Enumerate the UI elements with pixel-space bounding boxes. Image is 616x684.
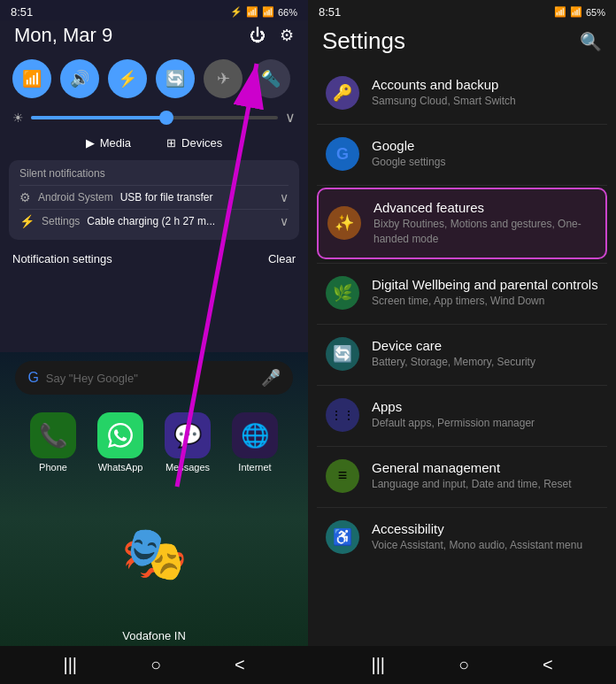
whatsapp-icon bbox=[97, 412, 143, 458]
status-bar-left: 8:51 ⚡ 📶 📶 66% bbox=[0, 0, 308, 20]
device-care-text: Device care Battery, Storage, Memory, Se… bbox=[372, 338, 598, 370]
settings-item-general-management[interactable]: ≡ General management Language and input,… bbox=[317, 449, 607, 503]
internet-icon: 🌐 bbox=[232, 412, 278, 458]
notification-settings-button[interactable]: Notification settings bbox=[12, 252, 112, 265]
app-messages[interactable]: 💬 Messages bbox=[165, 412, 211, 473]
back-button-right[interactable]: < bbox=[543, 655, 553, 675]
silent-label: Silent notifications bbox=[19, 167, 289, 180]
settings-item-advanced-features[interactable]: ✨ Advanced features Bixby Routines, Moti… bbox=[317, 188, 607, 259]
notification-item-android[interactable]: ⚙ Android System USB for file transfer ∨ bbox=[19, 185, 289, 209]
notif-left-android: ⚙ Android System USB for file transfer bbox=[19, 190, 212, 204]
accessibility-text: Accessibility Voice Assistant, Mono audi… bbox=[372, 521, 598, 553]
recent-apps-button[interactable]: ||| bbox=[63, 655, 77, 675]
time-left: 8:51 bbox=[11, 5, 33, 19]
settings-item-accounts-backup[interactable]: 🔑 Accounts and backup Samsung Cloud, Sma… bbox=[317, 65, 607, 120]
settings-icon-left[interactable]: ⚙ bbox=[280, 26, 294, 45]
accessibility-subtitle: Voice Assistant, Mono audio, Assistant m… bbox=[372, 538, 598, 553]
settings-item-apps[interactable]: ⋮⋮ Apps Default apps, Permission manager bbox=[317, 388, 607, 442]
messages-label: Messages bbox=[166, 462, 210, 473]
date-icons: ⏻ ⚙ bbox=[250, 26, 294, 45]
settings-notif-label: Settings bbox=[42, 215, 80, 227]
power-icon[interactable]: ⏻ bbox=[250, 27, 266, 45]
messages-icon: 💬 bbox=[165, 412, 211, 458]
device-care-icon: 🔄 bbox=[326, 337, 359, 371]
minion-emoji: 🎭 bbox=[121, 527, 188, 580]
settings-notif-icon: ⚡ bbox=[19, 214, 35, 228]
devices-label: Devices bbox=[181, 136, 222, 150]
app-whatsapp[interactable]: WhatsApp bbox=[97, 412, 143, 473]
internet-label: Internet bbox=[238, 462, 271, 473]
search-button[interactable]: 🔍 bbox=[580, 31, 602, 52]
accounts-backup-icon: 🔑 bbox=[326, 76, 359, 110]
clear-button[interactable]: Clear bbox=[268, 252, 296, 265]
right-panel: 8:51 📶 📶 65% Settings 🔍 🔑 Accounts and b… bbox=[308, 0, 616, 684]
apps-subtitle: Default apps, Permission manager bbox=[372, 416, 598, 431]
search-hint: Say "Hey Google" bbox=[46, 372, 254, 385]
signal-icon: 📶 bbox=[262, 6, 274, 18]
settings-item-device-care[interactable]: 🔄 Device care Battery, Storage, Memory, … bbox=[317, 327, 607, 381]
whatsapp-label: WhatsApp bbox=[98, 462, 143, 473]
date-row: Mon, Mar 9 ⏻ ⚙ bbox=[0, 20, 308, 54]
accounts-backup-title: Accounts and backup bbox=[372, 77, 598, 92]
home-button[interactable]: ○ bbox=[150, 655, 161, 675]
general-management-subtitle: Language and input, Date and time, Reset bbox=[372, 477, 598, 492]
battery-right: 65% bbox=[586, 7, 605, 18]
device-care-title: Device care bbox=[372, 338, 598, 353]
settings-item-google[interactable]: G Google Google settings bbox=[317, 127, 607, 181]
app-internet[interactable]: 🌐 Internet bbox=[232, 412, 278, 473]
android-system-icon: ⚙ bbox=[19, 190, 31, 204]
back-button[interactable]: < bbox=[235, 655, 245, 675]
status-bar-right: 8:51 📶 📶 65% bbox=[308, 0, 616, 20]
google-text: Google Google settings bbox=[372, 138, 598, 170]
chevron-down-icon[interactable]: ∨ bbox=[285, 109, 296, 126]
notification-item-settings[interactable]: ⚡ Settings Cable charging (2 h 27 m... ∨ bbox=[19, 209, 289, 233]
general-management-icon: ≡ bbox=[326, 459, 359, 493]
expand-icon-settings: ∨ bbox=[280, 214, 289, 228]
wifi-icon: 📶 bbox=[246, 6, 258, 18]
android-system-text: USB for file transfer bbox=[120, 191, 213, 204]
app-phone[interactable]: 📞 Phone bbox=[30, 412, 76, 473]
media-devices-row: ▶ Media ⊞ Devices bbox=[0, 131, 308, 155]
media-button[interactable]: ▶ Media bbox=[86, 136, 131, 150]
app-grid: 📞 Phone WhatsApp 💬 Messages 🌐 Internet bbox=[12, 403, 296, 481]
phone-label: Phone bbox=[39, 462, 67, 473]
recent-apps-button-right[interactable]: ||| bbox=[371, 655, 385, 675]
settings-item-digital-wellbeing[interactable]: 🌿 Digital Wellbeing and parental control… bbox=[317, 265, 607, 320]
settings-list: 🔑 Accounts and backup Samsung Cloud, Sma… bbox=[308, 65, 616, 646]
wifi-toggle[interactable]: 📶 bbox=[12, 59, 51, 98]
advanced-features-text: Advanced features Bixby Routines, Motion… bbox=[373, 200, 597, 247]
general-management-title: General management bbox=[372, 460, 598, 475]
rotation-toggle[interactable]: 🔄 bbox=[156, 59, 195, 98]
devices-button[interactable]: ⊞ Devices bbox=[166, 136, 222, 150]
flashlight-toggle[interactable]: 🔦 bbox=[251, 59, 290, 98]
general-management-text: General management Language and input, D… bbox=[372, 460, 598, 492]
settings-item-accessibility[interactable]: ♿ Accessibility Voice Assistant, Mono au… bbox=[317, 510, 607, 565]
minion-decoration: 🎭 bbox=[121, 527, 188, 580]
advanced-features-title: Advanced features bbox=[373, 200, 597, 215]
bluetooth-toggle[interactable]: ⚡ bbox=[108, 59, 147, 98]
brightness-thumb bbox=[159, 111, 173, 125]
home-screen: G Say "Hey Google" 🎤 📞 Phone WhatsApp 💬 … bbox=[0, 352, 308, 684]
quick-toggles: 📶 🔊 ⚡ 🔄 ✈ 🔦 bbox=[0, 54, 308, 104]
apps-icon: ⋮⋮ bbox=[326, 398, 359, 432]
expand-icon-android: ∨ bbox=[280, 190, 289, 204]
brightness-slider[interactable] bbox=[31, 116, 278, 119]
divider-5 bbox=[317, 385, 607, 386]
bluetooth-icon: ⚡ bbox=[230, 6, 243, 18]
divider-2 bbox=[317, 185, 607, 186]
settings-notif-text: Cable charging (2 h 27 m... bbox=[87, 215, 215, 227]
silent-notifications: Silent notifications ⚙ Android System US… bbox=[9, 160, 299, 240]
home-button-right[interactable]: ○ bbox=[458, 655, 469, 675]
accounts-backup-text: Accounts and backup Samsung Cloud, Smart… bbox=[372, 77, 598, 109]
google-search-bar[interactable]: G Say "Hey Google" 🎤 bbox=[15, 361, 292, 395]
mic-icon[interactable]: 🎤 bbox=[261, 368, 281, 388]
digital-wellbeing-text: Digital Wellbeing and parental controls … bbox=[372, 277, 598, 309]
sound-toggle[interactable]: 🔊 bbox=[60, 59, 99, 98]
status-icons-right: 📶 📶 65% bbox=[554, 6, 605, 18]
wifi-icon-right: 📶 bbox=[554, 6, 566, 18]
settings-title: Settings bbox=[322, 27, 405, 55]
airplane-toggle[interactable]: ✈ bbox=[204, 59, 243, 98]
apps-title: Apps bbox=[372, 399, 598, 414]
divider-4 bbox=[317, 324, 607, 325]
google-icon: G bbox=[326, 137, 359, 171]
